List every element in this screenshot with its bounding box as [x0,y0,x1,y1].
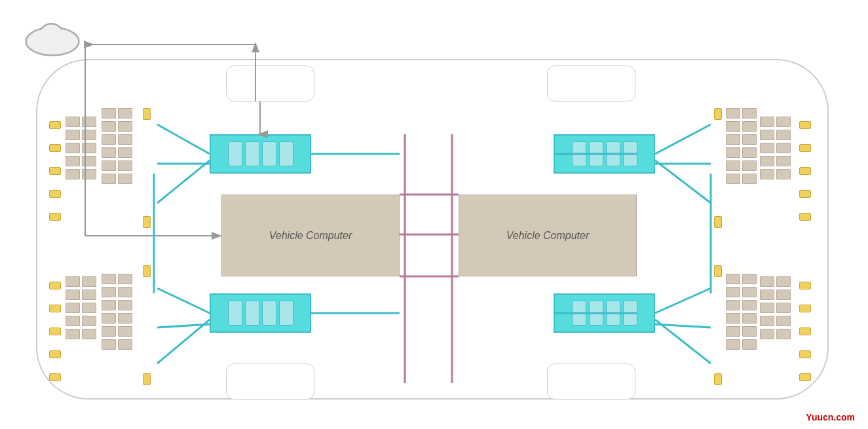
ecu-box [760,303,774,313]
ecu-box [66,156,80,166]
ecu-box [742,339,757,350]
yellow-connector [799,350,811,358]
ecu-group-bl1 [66,276,96,339]
yellow-connector [49,282,61,289]
ecu-group-tl2 [102,108,132,184]
ecu-box [118,326,132,337]
ecu-box [102,134,116,145]
ecu-box [118,147,132,158]
switch-top-right [554,134,655,174]
ecu-box [118,287,132,297]
ecu-box [82,289,96,300]
ecu-box [742,326,757,337]
ecu-box [66,169,80,179]
yellow-connector [49,350,61,358]
bottom-sensor-left [226,364,314,400]
ecu-box [742,134,757,145]
yellow-connector [143,216,151,228]
switch-cell [589,141,603,166]
ecu-box [726,134,740,145]
ecu-box [776,289,791,300]
ecu-box [102,160,116,171]
ecu-box [776,276,791,287]
yellow-connector [799,213,811,221]
ecu-box [742,300,757,310]
switch-cell [228,301,242,326]
ecu-box [66,329,80,339]
yellow-connector [143,373,151,385]
watermark-text: Yuucn.com [806,412,855,422]
ecu-box [760,276,774,287]
ecu-box [82,117,96,127]
ecu-box [102,274,116,284]
ecu-group-br2 [726,274,757,350]
ecu-box [102,121,116,132]
ecu-box [742,160,757,171]
yellow-connector [799,305,811,312]
ecu-box [760,316,774,326]
switch-cell [245,301,259,326]
ecu-box [102,326,116,337]
ecu-box [726,160,740,171]
yellow-connector [49,213,61,221]
yellow-connector [799,144,811,152]
ecu-box [66,289,80,300]
ecu-box [726,274,740,284]
ecu-box [776,130,791,140]
ecu-box [118,134,132,145]
main-container: Vehicle Computer Vehicle Computer [0,0,868,429]
ecu-box [102,300,116,310]
ecu-box [118,313,132,324]
top-sensor-left [226,65,314,102]
cloud-icon [20,13,85,62]
ecu-box [118,108,132,119]
yellow-connector [49,305,61,312]
ecu-box [66,143,80,153]
ecu-box [726,174,740,184]
ecu-box [82,303,96,313]
ecu-box [776,143,791,153]
top-sensor-right [547,65,635,102]
ecu-box [726,108,740,119]
switch-cell [279,141,293,166]
ecu-box [726,326,740,337]
switch-bottom-right [554,293,655,333]
yellow-connector [799,167,811,175]
switch-cell [623,301,637,326]
ecu-box [742,121,757,132]
yellow-connector [799,121,811,129]
yellow-connector [143,265,151,277]
ecu-box [776,329,791,339]
ecu-box [102,313,116,324]
ecu-box [726,313,740,324]
ecu-group-br1 [760,276,791,339]
switch-cell [572,141,586,166]
ecu-box [760,169,774,179]
ecu-box [118,160,132,171]
switch-cell [589,301,603,326]
yellow-connector [49,121,61,129]
yellow-connector [143,108,151,120]
bottom-sensor-right [547,364,635,400]
ecu-box [776,117,791,127]
ecu-box [102,287,116,297]
ecu-box [776,169,791,179]
ecu-box [82,316,96,326]
svg-point-7 [41,25,62,43]
ecu-box [776,303,791,313]
ecu-box [726,121,740,132]
switch-cell [279,301,293,326]
switch-cell [262,141,276,166]
ecu-box [118,274,132,284]
ecu-box [726,287,740,297]
ecu-group-bl2 [102,274,132,350]
yellow-connector [49,167,61,175]
ecu-box [102,108,116,119]
vc-left-label: Vehicle Computer [269,230,352,242]
yellow-connector [799,282,811,289]
yellow-connector [49,327,61,335]
ecu-box [118,174,132,184]
switch-cell [245,141,259,166]
ecu-box [726,339,740,350]
ecu-box [742,108,757,119]
